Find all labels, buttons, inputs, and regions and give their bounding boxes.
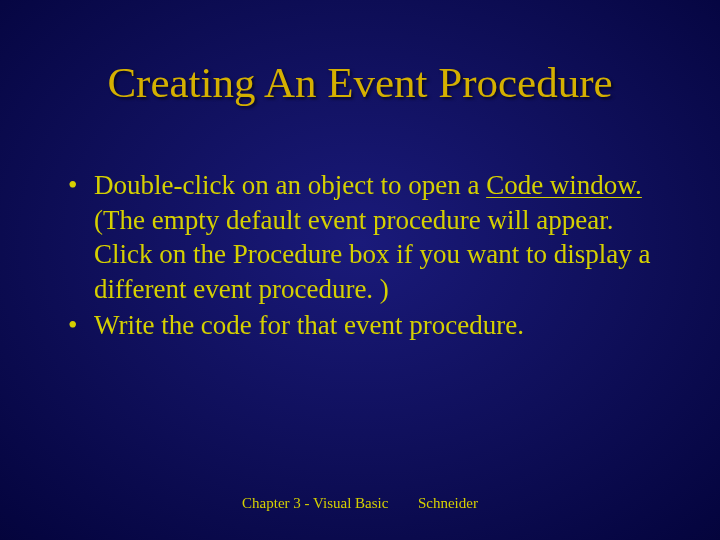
slide-content: Double-click on an object to open a Code… [64,168,660,345]
footer-right: Schneider [418,495,478,511]
bullet-text-pre: Write the code for that event procedure. [94,310,524,340]
slide-footer: Chapter 3 - Visual Basic Schneider [0,495,720,512]
bullet-text-underlined: Code window. [486,170,642,200]
bullet-item: Write the code for that event procedure. [64,308,660,343]
bullet-text-post: (The empty default event procedure will … [94,205,650,304]
slide: Creating An Event Procedure Double-click… [0,0,720,540]
bullet-text-pre: Double-click on an object to open a [94,170,486,200]
bullet-item: Double-click on an object to open a Code… [64,168,660,306]
footer-left: Chapter 3 - Visual Basic [242,495,388,511]
slide-title: Creating An Event Procedure [0,58,720,107]
